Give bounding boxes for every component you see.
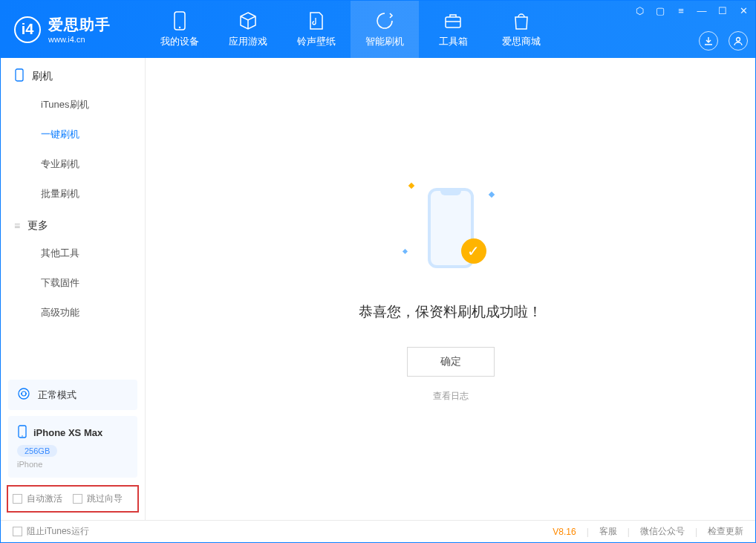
menu-icon[interactable]: ≡ (675, 5, 687, 16)
sidebar-item-itunes-flash[interactable]: iTunes刷机 (1, 90, 145, 120)
minimize-icon[interactable]: — (696, 5, 708, 16)
device-mode-label: 正常模式 (38, 388, 76, 402)
checkbox-icon (13, 494, 22, 504)
main-content: ✓ 恭喜您，保资料刷机成功啦！ 确定 查看日志 (146, 58, 755, 520)
block-itunes-checkbox[interactable]: 阻止iTunes运行 (13, 525, 89, 538)
success-illustration: ✓ (399, 176, 503, 280)
skip-guide-checkbox[interactable]: 跳过向导 (73, 492, 123, 505)
check-update-link[interactable]: 检查更新 (708, 525, 743, 538)
tab-toolbox[interactable]: 工具箱 (419, 1, 487, 58)
cube-icon (238, 11, 258, 30)
wechat-link[interactable]: 微信公众号 (640, 525, 685, 538)
tab-label: 工具箱 (439, 35, 468, 48)
shopping-bag-icon (512, 11, 531, 30)
checkbox-label: 自动激活 (27, 492, 62, 505)
version-label: V8.16 (553, 527, 576, 537)
checkbox-label: 跳过向导 (87, 492, 123, 505)
svg-point-5 (19, 388, 29, 399)
titlebar: i4 爱思助手 www.i4.cn 我的设备 应用游戏 铃声壁纸 智能刷机 工具… (1, 1, 755, 58)
checkbox-icon (13, 527, 22, 536)
sidebar-item-pro-flash[interactable]: 专业刷机 (1, 149, 145, 179)
device-name-label: iPhone XS Max (33, 427, 102, 438)
tab-flash[interactable]: 智能刷机 (351, 1, 419, 58)
tab-label: 智能刷机 (365, 35, 404, 48)
tab-store[interactable]: 爱思商城 (487, 1, 555, 58)
phone-icon (170, 11, 189, 30)
svg-rect-2 (446, 17, 460, 27)
settings-icon[interactable]: ▢ (654, 5, 666, 16)
sidebar-item-oneclick-flash[interactable]: 一键刷机 (1, 120, 145, 149)
svg-point-3 (737, 38, 740, 42)
user-button[interactable] (729, 31, 748, 51)
auto-activate-checkbox[interactable]: 自动激活 (13, 492, 62, 505)
ok-button[interactable]: 确定 (407, 347, 495, 377)
svg-point-9 (22, 435, 23, 437)
statusbar: 阻止iTunes运行 V8.16 | 客服 | 微信公众号 | 检查更新 (1, 520, 755, 542)
tab-label: 我的设备 (160, 35, 199, 48)
download-button[interactable] (699, 31, 718, 51)
phone-outline-icon (14, 68, 25, 84)
support-link[interactable]: 客服 (599, 525, 617, 538)
tab-my-device[interactable]: 我的设备 (146, 1, 214, 58)
flash-options-highlight: 自动激活 跳过向导 (7, 485, 139, 513)
tab-label: 爱思商城 (502, 35, 541, 48)
svg-rect-4 (16, 69, 23, 81)
sidebar-item-advanced[interactable]: 高级功能 (1, 298, 145, 328)
sidebar-item-batch-flash[interactable]: 批量刷机 (1, 179, 145, 209)
app-logo-icon: i4 (14, 16, 41, 43)
shirt-icon[interactable]: ⬡ (633, 5, 645, 16)
device-mode-card[interactable]: 正常模式 (8, 380, 137, 410)
checkbox-label: 阻止iTunes运行 (27, 525, 89, 538)
refresh-shield-icon (375, 11, 394, 30)
maximize-icon[interactable]: ☐ (717, 5, 729, 16)
section-label: 刷机 (32, 70, 53, 83)
header-actions (699, 31, 748, 51)
tab-ringtone[interactable]: 铃声壁纸 (282, 1, 351, 58)
tab-label: 铃声壁纸 (297, 35, 336, 48)
device-phone-icon (17, 425, 27, 440)
close-icon[interactable]: ✕ (737, 5, 749, 16)
sidebar-item-download-firmware[interactable]: 下载固件 (1, 268, 145, 298)
svg-point-7 (25, 393, 27, 394)
window-controls: ⬡ ▢ ≡ — ☐ ✕ (633, 5, 749, 16)
sidebar-item-other-tools[interactable]: 其他工具 (1, 238, 145, 268)
briefcase-icon (443, 11, 463, 30)
sidebar: 刷机 iTunes刷机 一键刷机 专业刷机 批量刷机 ≡ 更多 其他工具 下载固… (1, 58, 146, 520)
nav-tabs: 我的设备 应用游戏 铃声壁纸 智能刷机 工具箱 爱思商城 (146, 1, 555, 58)
app-title: 爱思助手 (48, 15, 111, 35)
app-subtitle: www.i4.cn (48, 35, 111, 44)
tab-apps[interactable]: 应用游戏 (214, 1, 282, 58)
device-type-label: iPhone (17, 460, 128, 469)
music-file-icon (307, 11, 326, 30)
sync-icon (17, 387, 30, 403)
logo-area: i4 爱思助手 www.i4.cn (1, 1, 146, 58)
view-log-link[interactable]: 查看日志 (433, 390, 469, 403)
sidebar-section-flash: 刷机 (1, 58, 145, 90)
svg-point-6 (21, 393, 22, 394)
svg-point-1 (179, 26, 180, 27)
list-icon: ≡ (14, 220, 20, 232)
tab-label: 应用游戏 (229, 35, 267, 48)
device-capacity-badge: 256GB (17, 445, 57, 457)
success-message: 恭喜您，保资料刷机成功啦！ (359, 302, 542, 322)
section-label: 更多 (27, 219, 48, 233)
checkbox-icon (73, 494, 82, 504)
sidebar-section-more: ≡ 更多 (1, 209, 145, 238)
device-card[interactable]: iPhone XS Max 256GB iPhone (8, 416, 137, 478)
check-badge-icon: ✓ (461, 238, 486, 264)
